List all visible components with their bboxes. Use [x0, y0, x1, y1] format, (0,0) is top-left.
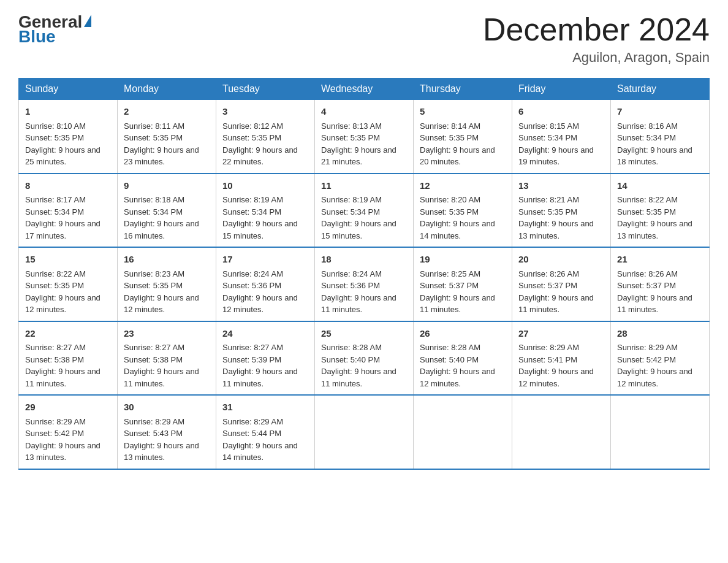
day-number: 11 [321, 179, 407, 193]
calendar-cell: 24Sunrise: 8:27 AMSunset: 5:39 PMDayligh… [216, 321, 315, 396]
day-number: 2 [124, 105, 210, 119]
calendar-cell: 16Sunrise: 8:23 AMSunset: 5:35 PMDayligh… [118, 247, 216, 321]
day-number: 17 [222, 253, 308, 267]
calendar-cell: 10Sunrise: 8:19 AMSunset: 5:34 PMDayligh… [216, 174, 315, 248]
day-info: Sunrise: 8:24 AMSunset: 5:36 PMDaylight:… [321, 269, 396, 315]
weekday-header-tuesday: Tuesday [216, 79, 315, 100]
day-info: Sunrise: 8:23 AMSunset: 5:35 PMDaylight:… [124, 269, 199, 315]
calendar-cell: 13Sunrise: 8:21 AMSunset: 5:35 PMDayligh… [512, 174, 611, 248]
calendar-cell: 20Sunrise: 8:26 AMSunset: 5:37 PMDayligh… [512, 247, 611, 321]
day-info: Sunrise: 8:19 AMSunset: 5:34 PMDaylight:… [321, 195, 396, 240]
day-number: 24 [222, 327, 308, 341]
day-info: Sunrise: 8:29 AMSunset: 5:41 PMDaylight:… [518, 343, 594, 388]
day-number: 7 [617, 105, 703, 119]
day-number: 29 [25, 400, 111, 415]
calendar-cell: 30Sunrise: 8:29 AMSunset: 5:43 PMDayligh… [118, 395, 216, 469]
page-header: General Blue December 2024 Aguilon, Arag… [18, 12, 710, 66]
day-number: 25 [321, 327, 407, 341]
day-number: 23 [124, 327, 210, 341]
calendar-cell: 8Sunrise: 8:17 AMSunset: 5:34 PMDaylight… [19, 174, 118, 248]
day-info: Sunrise: 8:27 AMSunset: 5:38 PMDaylight:… [124, 343, 199, 388]
day-number: 15 [25, 253, 111, 267]
day-info: Sunrise: 8:21 AMSunset: 5:35 PMDaylight:… [518, 195, 594, 240]
calendar-cell: 5Sunrise: 8:14 AMSunset: 5:35 PMDaylight… [414, 100, 512, 174]
calendar-table: SundayMondayTuesdayWednesdayThursdayFrid… [18, 78, 710, 470]
day-number: 27 [518, 327, 604, 341]
calendar-cell: 21Sunrise: 8:26 AMSunset: 5:37 PMDayligh… [611, 247, 710, 321]
day-info: Sunrise: 8:27 AMSunset: 5:38 PMDaylight:… [25, 343, 100, 388]
day-number: 12 [420, 179, 506, 193]
day-number: 4 [321, 105, 407, 119]
day-number: 22 [25, 327, 111, 341]
calendar-cell: 19Sunrise: 8:25 AMSunset: 5:37 PMDayligh… [414, 247, 512, 321]
weekday-header-monday: Monday [118, 79, 216, 100]
day-info: Sunrise: 8:28 AMSunset: 5:40 PMDaylight:… [420, 343, 495, 388]
day-number: 10 [222, 179, 308, 193]
weekday-header-thursday: Thursday [414, 79, 512, 100]
weekday-header-saturday: Saturday [611, 79, 710, 100]
day-info: Sunrise: 8:29 AMSunset: 5:43 PMDaylight:… [124, 417, 199, 462]
month-title: December 2024 [483, 12, 710, 47]
calendar-cell: 23Sunrise: 8:27 AMSunset: 5:38 PMDayligh… [118, 321, 216, 396]
day-info: Sunrise: 8:11 AMSunset: 5:35 PMDaylight:… [124, 121, 199, 167]
calendar-cell [512, 395, 611, 469]
day-info: Sunrise: 8:10 AMSunset: 5:35 PMDaylight:… [25, 121, 100, 167]
calendar-cell: 4Sunrise: 8:13 AMSunset: 5:35 PMDaylight… [315, 100, 414, 174]
day-number: 20 [518, 253, 604, 267]
day-info: Sunrise: 8:13 AMSunset: 5:35 PMDaylight:… [321, 121, 396, 167]
calendar-week-row: 29Sunrise: 8:29 AMSunset: 5:42 PMDayligh… [19, 395, 710, 469]
location-title: Aguilon, Aragon, Spain [483, 50, 710, 66]
title-block: December 2024 Aguilon, Aragon, Spain [483, 12, 710, 66]
day-number: 13 [518, 179, 604, 193]
calendar-cell: 12Sunrise: 8:20 AMSunset: 5:35 PMDayligh… [414, 174, 512, 248]
day-number: 5 [420, 105, 506, 119]
calendar-week-row: 15Sunrise: 8:22 AMSunset: 5:35 PMDayligh… [19, 247, 710, 321]
day-info: Sunrise: 8:29 AMSunset: 5:42 PMDaylight:… [617, 343, 692, 388]
calendar-cell: 15Sunrise: 8:22 AMSunset: 5:35 PMDayligh… [19, 247, 118, 321]
day-info: Sunrise: 8:27 AMSunset: 5:39 PMDaylight:… [222, 343, 298, 388]
calendar-cell [315, 395, 414, 469]
day-info: Sunrise: 8:29 AMSunset: 5:42 PMDaylight:… [25, 417, 100, 462]
logo-blue-text: Blue [18, 27, 56, 47]
weekday-header-wednesday: Wednesday [315, 79, 414, 100]
calendar-cell: 6Sunrise: 8:15 AMSunset: 5:34 PMDaylight… [512, 100, 611, 174]
day-info: Sunrise: 8:25 AMSunset: 5:37 PMDaylight:… [420, 269, 495, 315]
day-number: 14 [617, 179, 703, 193]
day-number: 21 [617, 253, 703, 267]
day-info: Sunrise: 8:19 AMSunset: 5:34 PMDaylight:… [222, 195, 298, 240]
day-number: 8 [25, 179, 111, 193]
day-info: Sunrise: 8:15 AMSunset: 5:34 PMDaylight:… [518, 121, 594, 167]
calendar-cell: 31Sunrise: 8:29 AMSunset: 5:44 PMDayligh… [216, 395, 315, 469]
day-info: Sunrise: 8:24 AMSunset: 5:36 PMDaylight:… [222, 269, 298, 315]
calendar-cell: 14Sunrise: 8:22 AMSunset: 5:35 PMDayligh… [611, 174, 710, 248]
day-info: Sunrise: 8:18 AMSunset: 5:34 PMDaylight:… [124, 195, 199, 240]
day-number: 9 [124, 179, 210, 193]
calendar-cell: 29Sunrise: 8:29 AMSunset: 5:42 PMDayligh… [19, 395, 118, 469]
calendar-week-row: 1Sunrise: 8:10 AMSunset: 5:35 PMDaylight… [19, 100, 710, 174]
calendar-cell [611, 395, 710, 469]
day-number: 16 [124, 253, 210, 267]
calendar-cell: 25Sunrise: 8:28 AMSunset: 5:40 PMDayligh… [315, 321, 414, 396]
day-number: 26 [420, 327, 506, 341]
calendar-cell: 17Sunrise: 8:24 AMSunset: 5:36 PMDayligh… [216, 247, 315, 321]
day-number: 18 [321, 253, 407, 267]
day-info: Sunrise: 8:20 AMSunset: 5:35 PMDaylight:… [420, 195, 495, 240]
day-info: Sunrise: 8:12 AMSunset: 5:35 PMDaylight:… [222, 121, 298, 167]
logo: General Blue [18, 12, 91, 47]
logo-triangle-icon [84, 15, 91, 27]
day-info: Sunrise: 8:22 AMSunset: 5:35 PMDaylight:… [617, 195, 692, 240]
calendar-cell: 18Sunrise: 8:24 AMSunset: 5:36 PMDayligh… [315, 247, 414, 321]
calendar-week-row: 22Sunrise: 8:27 AMSunset: 5:38 PMDayligh… [19, 321, 710, 396]
calendar-cell: 27Sunrise: 8:29 AMSunset: 5:41 PMDayligh… [512, 321, 611, 396]
calendar-week-row: 8Sunrise: 8:17 AMSunset: 5:34 PMDaylight… [19, 174, 710, 248]
calendar-cell: 3Sunrise: 8:12 AMSunset: 5:35 PMDaylight… [216, 100, 315, 174]
day-number: 28 [617, 327, 703, 341]
calendar-cell: 9Sunrise: 8:18 AMSunset: 5:34 PMDaylight… [118, 174, 216, 248]
calendar-cell: 28Sunrise: 8:29 AMSunset: 5:42 PMDayligh… [611, 321, 710, 396]
day-info: Sunrise: 8:26 AMSunset: 5:37 PMDaylight:… [617, 269, 692, 315]
day-number: 6 [518, 105, 604, 119]
day-info: Sunrise: 8:14 AMSunset: 5:35 PMDaylight:… [420, 121, 495, 167]
day-info: Sunrise: 8:28 AMSunset: 5:40 PMDaylight:… [321, 343, 396, 388]
weekday-header-row: SundayMondayTuesdayWednesdayThursdayFrid… [19, 79, 710, 100]
day-number: 1 [25, 105, 111, 119]
